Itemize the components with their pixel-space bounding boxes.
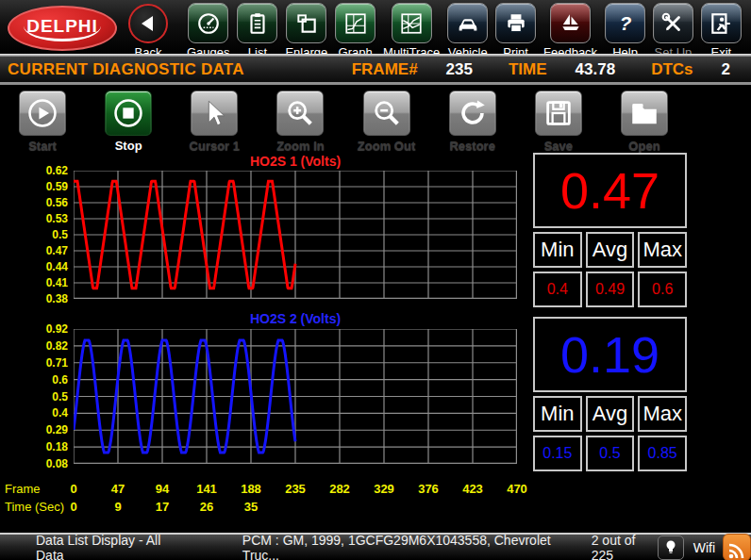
vehicle-icon <box>447 3 488 43</box>
start-icon <box>19 91 66 136</box>
print-icon <box>495 3 536 43</box>
y-tick-label: 0.56 <box>2 196 68 209</box>
vehicle-button[interactable]: Vehicle <box>447 3 488 59</box>
zoom-in-icon <box>276 91 324 136</box>
ho2s1-min-avg-max-table: Min Avg Max 0.4 0.49 0.6 <box>533 232 687 307</box>
chart2-title: HO2S 2 (Volts) <box>74 311 517 326</box>
diagnostic-header-bar: CURRENT DIAGNOSTIC DATA FRAME# 235 TIME … <box>0 57 751 85</box>
y-tick-label: 0.47 <box>2 244 68 257</box>
zoom-out-button[interactable]: Zoom Out <box>350 91 424 153</box>
back-icon <box>128 4 168 43</box>
x-tick-label: 376 <box>418 482 439 496</box>
x-tick-label: 0 <box>70 500 76 514</box>
x-tick-label: 47 <box>111 482 125 496</box>
y-tick-label: 0.08 <box>2 457 68 470</box>
min-header: Min <box>533 232 582 268</box>
y-tick-label: 0.5 <box>2 390 68 404</box>
y-tick-label: 0.38 <box>2 292 68 305</box>
graph-button[interactable]: Graph <box>335 3 376 59</box>
y-tick-label: 0.62 <box>2 164 68 177</box>
multitrace-button[interactable]: MultiTrace <box>383 3 440 59</box>
help-button[interactable]: ? Help <box>605 3 645 59</box>
max-header: Max <box>638 232 687 268</box>
ho2s2-chart-plot[interactable] <box>74 329 517 464</box>
list-button[interactable]: List <box>237 3 277 59</box>
pcm-vehicle-text: PCM : GM, 1999, 1GCFG29M6X1043558, Chevr… <box>242 533 573 560</box>
stop-label: Stop <box>115 139 142 153</box>
exit-button[interactable]: Exit <box>701 3 742 59</box>
x-tick-label: 35 <box>244 500 258 514</box>
start-button[interactable]: Start <box>6 91 79 153</box>
x-tick-label: 188 <box>241 482 261 496</box>
gauges-button[interactable]: Gauges <box>187 3 230 59</box>
cursor1-label: Cursor 1 <box>190 139 240 153</box>
x-tick-label: 423 <box>462 482 483 496</box>
open-button[interactable]: Open <box>608 91 681 153</box>
back-button[interactable]: Back <box>121 4 175 59</box>
feedback-button[interactable]: Feedback <box>543 3 597 59</box>
y-tick-label: 0.92 <box>2 322 68 336</box>
page-title: CURRENT DIAGNOSTIC DATA <box>8 60 244 79</box>
list-icon <box>237 3 277 43</box>
ho2s1-min-value: 0.4 <box>533 272 582 307</box>
x-tick-label: 9 <box>114 500 121 514</box>
frame-axis-label: Frame <box>5 482 41 496</box>
wifi-label: Wifi <box>693 540 715 555</box>
y-tick-label: 0.6 <box>2 373 68 387</box>
restore-button[interactable]: Restore <box>436 91 509 153</box>
x-tick-label: 470 <box>507 482 527 496</box>
feedback-icon <box>550 3 591 43</box>
status-bar: Data List Display - All Data PCM : GM, 1… <box>0 533 751 560</box>
ho2s2-avg-value: 0.5 <box>586 436 635 471</box>
setup-button[interactable]: Set Up <box>653 3 693 59</box>
svg-text:?: ? <box>619 11 631 33</box>
ho2s2-max-value: 0.85 <box>638 436 687 471</box>
open-icon <box>621 91 668 136</box>
min-header: Min <box>533 396 582 432</box>
y-tick-label: 0.5 <box>2 228 68 241</box>
save-button[interactable]: Save <box>522 91 595 153</box>
ho2s2-value-panel: 0.19 Min Avg Max 0.15 0.5 0.85 <box>533 317 687 471</box>
y-tick-label: 0.18 <box>2 440 68 453</box>
gauges-icon <box>188 3 228 43</box>
y-tick-label: 0.4 <box>2 406 68 420</box>
top-toolbar: DELPHI Back Gauges <box>0 0 751 54</box>
time-axis-row: Time (Sec) 09172635 <box>0 500 538 515</box>
ho2s2-current-value: 0.19 <box>533 317 687 392</box>
zoom-out-label: Zoom Out <box>358 139 415 153</box>
enlarge-button[interactable]: Enlarge <box>285 3 327 59</box>
graph-toolbar: Start Stop Cursor 1 <box>6 91 681 153</box>
ho2s1-chart-plot[interactable] <box>74 171 517 299</box>
y-tick-label: 0.53 <box>2 212 68 225</box>
stop-button[interactable]: Stop <box>92 91 165 153</box>
frame-label: FRAME# <box>352 60 418 79</box>
time-axis-label: Time (Sec) <box>5 500 64 514</box>
wifi-rss-icon[interactable] <box>723 534 751 560</box>
x-tick-label: 282 <box>329 482 350 496</box>
lightbulb-icon[interactable] <box>658 535 684 560</box>
y-tick-label: 0.41 <box>2 276 68 289</box>
zoom-in-button[interactable]: Zoom In <box>263 91 337 153</box>
top-toolbar-buttons: Gauges List <box>175 0 751 59</box>
ho2s1-avg-value: 0.49 <box>586 272 635 307</box>
help-icon: ? <box>605 3 645 43</box>
ho2s1-current-value: 0.47 <box>533 153 687 228</box>
print-button[interactable]: Print <box>495 3 536 59</box>
avg-header: Avg <box>586 396 635 432</box>
x-tick-label: 329 <box>374 482 394 496</box>
multitrace-icon <box>392 3 432 43</box>
chart1-title: HO2S 1 (Volts) <box>74 154 517 169</box>
x-tick-label: 235 <box>285 482 306 496</box>
graph-icon <box>335 3 376 43</box>
x-tick-label: 17 <box>156 500 169 514</box>
zoom-out-icon <box>363 91 410 136</box>
cursor1-button[interactable]: Cursor 1 <box>177 91 251 153</box>
y-tick-label: 0.59 <box>2 180 68 193</box>
ho2s2-min-avg-max-table: Min Avg Max 0.15 0.5 0.85 <box>533 396 687 471</box>
record-count-text: 2 out of 225 <box>592 533 658 560</box>
max-header: Max <box>638 396 687 432</box>
display-mode-text: Data List Display - All Data <box>36 533 184 560</box>
y-tick-label: 0.44 <box>2 260 68 273</box>
x-tick-label: 0 <box>70 482 76 496</box>
restore-label: Restore <box>449 139 494 153</box>
